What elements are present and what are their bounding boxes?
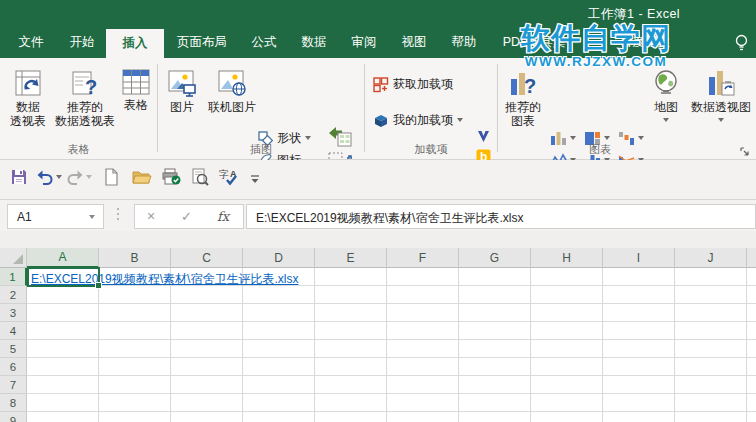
row-header-6[interactable]: 6 [0, 358, 27, 376]
row-header-5[interactable]: 5 [0, 340, 27, 358]
maps-button[interactable]: 地图 [646, 61, 686, 153]
maps-dropdown-icon [663, 118, 669, 122]
table-button[interactable]: 表格 [117, 61, 155, 153]
worksheet-top-strip [0, 231, 756, 248]
tab-review[interactable]: 审阅 [340, 26, 388, 58]
svg-text:?: ? [524, 75, 536, 97]
column-header-d[interactable]: D [243, 248, 315, 268]
online-pictures-label: 联机图片 [208, 100, 256, 114]
tab-baidu-netdisk[interactable]: 百度网盘 [604, 26, 686, 58]
redo-button[interactable] [66, 166, 92, 188]
column-header-g[interactable]: G [459, 248, 531, 268]
print-preview-button[interactable] [191, 166, 209, 188]
formula-value: E:\EXCEL2019视频教程\素材\宿舍卫生评比表.xlsx [256, 210, 523, 227]
customize-qat-button[interactable] [250, 168, 260, 190]
pivotchart-button[interactable]: 数据透视图 [686, 61, 756, 153]
spelling-button[interactable]: 字A [219, 166, 241, 188]
column-header-h[interactable]: H [531, 248, 603, 268]
recommended-charts-icon: ? [508, 69, 538, 97]
recommended-charts-button[interactable]: ? 推荐的 图表 [500, 61, 546, 153]
maps-label: 地图 [654, 100, 678, 114]
tab-pdf-tools[interactable]: PDF工具集 [490, 26, 578, 58]
fill-handle[interactable] [95, 282, 102, 289]
undo-icon [36, 169, 54, 185]
excel-window: 工作簿1 - Excel 文件 开始 插入 页面布局 公式 数据 审阅 视图 帮… [0, 0, 756, 422]
save-button[interactable] [10, 166, 28, 188]
select-all-corner[interactable] [0, 248, 27, 268]
pivottable-icon [14, 69, 42, 97]
new-document-icon [104, 168, 119, 186]
get-addins-button[interactable]: 获取加载项 [372, 74, 453, 94]
column-header-c[interactable]: C [171, 248, 243, 268]
quick-print-button[interactable] [161, 166, 181, 188]
redo-icon [66, 169, 84, 185]
my-addins-label: 我的加载项 [393, 112, 453, 129]
column-chart-dropdown-icon [570, 136, 576, 140]
undo-button[interactable] [36, 166, 62, 188]
window-title: 工作簿1 - Excel [588, 6, 680, 23]
row-header-7[interactable]: 7 [0, 376, 27, 394]
column-header-j[interactable]: J [675, 248, 747, 268]
column-header-e[interactable]: E [315, 248, 387, 268]
tab-data[interactable]: 数据 [290, 26, 338, 58]
row-header-9[interactable]: 9 [0, 412, 27, 422]
row-header-1[interactable]: 1 [0, 268, 27, 286]
pivotchart-label: 数据透视图 [691, 100, 751, 114]
open-folder-icon [132, 169, 152, 185]
charts-dialog-launcher[interactable] [740, 142, 750, 162]
online-pictures-button[interactable]: 联机图片 [205, 61, 259, 153]
insert-function-icon[interactable]: fx [217, 209, 229, 224]
tab-insert[interactable]: 插入 [106, 29, 164, 58]
spelling-check-icon: 字A [219, 168, 241, 186]
pivottable-button[interactable]: 数据 透视表 [3, 61, 53, 153]
worksheet-grid[interactable] [27, 268, 756, 422]
column-header-b[interactable]: B [99, 248, 171, 268]
shapes-dropdown-icon [305, 136, 311, 140]
hierarchy-chart-dropdown-icon [604, 136, 610, 140]
new-document-button[interactable] [104, 166, 119, 188]
column-header-a[interactable]: A [27, 248, 99, 268]
recommended-pivottable-button[interactable]: ? 推荐的 数据透视表 [54, 61, 116, 153]
ribbon-insert: 数据 透视表 ? 推荐的 数据透视表 表格 表格 图片 联机图片 形状 [0, 58, 756, 160]
name-box[interactable]: A1 [7, 204, 104, 229]
my-addins-dropdown-icon [457, 118, 463, 122]
table-label: 表格 [124, 98, 148, 112]
tab-home[interactable]: 开始 [58, 26, 106, 58]
print-preview-icon [191, 168, 209, 186]
formula-input[interactable]: E:\EXCEL2019视频教程\素材\宿舍卫生评比表.xlsx [246, 204, 756, 229]
group-divider [157, 64, 158, 152]
column-header-f[interactable]: F [387, 248, 459, 268]
recommended-pivottable-label2: 数据透视表 [55, 114, 115, 128]
my-addins-button[interactable]: 我的加载项 [372, 110, 463, 130]
pictures-button[interactable]: 图片 [160, 61, 204, 153]
svg-text:字: 字 [219, 169, 229, 180]
tab-file[interactable]: 文件 [8, 26, 54, 58]
row-header-4[interactable]: 4 [0, 322, 27, 340]
table-icon [122, 69, 150, 95]
waterfall-chart-dropdown-icon [638, 136, 644, 140]
column-header-partial[interactable] [747, 248, 756, 268]
row-header-3[interactable]: 3 [0, 304, 27, 322]
formula-controls: × ✓ fx [134, 204, 244, 229]
tab-page-layout[interactable]: 页面布局 [164, 26, 240, 58]
cancel-icon[interactable]: × [147, 208, 155, 224]
name-box-dropdown-icon[interactable] [89, 215, 95, 219]
column-header-i[interactable]: I [603, 248, 675, 268]
row-header-2[interactable]: 2 [0, 286, 27, 304]
name-box-value: A1 [17, 210, 32, 224]
get-addins-label: 获取加载项 [393, 76, 453, 93]
cell-a1-selection[interactable] [27, 267, 100, 287]
row-header-8[interactable]: 8 [0, 394, 27, 412]
tellme-lightbulb-icon[interactable] [728, 26, 754, 58]
print-icon [161, 168, 181, 186]
formula-bar-splitter[interactable] [117, 208, 119, 220]
tab-help[interactable]: 帮助 [440, 26, 488, 58]
enter-icon[interactable]: ✓ [181, 209, 192, 224]
tab-view[interactable]: 视图 [392, 26, 436, 58]
online-pictures-icon [217, 69, 247, 97]
select-all-triangle-icon [13, 254, 23, 264]
save-icon [10, 168, 28, 186]
tab-formulas[interactable]: 公式 [240, 26, 288, 58]
open-button[interactable] [132, 166, 152, 188]
group-label-illustrations: 插图 [158, 142, 364, 157]
